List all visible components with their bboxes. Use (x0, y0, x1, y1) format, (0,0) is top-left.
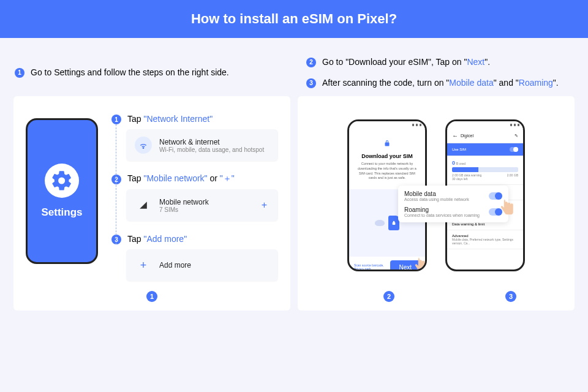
card-subtitle: Wi-Fi, mobile, data usage, and hotspot (159, 146, 264, 153)
instructions-row: 1 Go to Settings and follow the steps on… (0, 38, 588, 96)
toggle-on-icon[interactable] (510, 147, 518, 152)
step-connector-line (116, 124, 116, 244)
substep-3-text: Tap "Add more" (127, 234, 187, 244)
download-sim-description: Connect to your mobile network by downlo… (355, 162, 419, 181)
settings-phone-mock: Settings (26, 118, 98, 264)
mobile-data-roaming-popup: Mobile data Access data using mobile net… (398, 186, 508, 222)
badge-1: 1 (15, 68, 24, 78)
substep-badge-3: 3 (111, 235, 121, 244)
data-usage-row: 0 B used 2.00 GB data warning2.00 GB 30 … (447, 156, 523, 185)
mobile-network-card[interactable]: Mobile network 7 SIMs + (126, 189, 278, 221)
scan-barcode-link[interactable]: Scan source barcode, Privacy path (354, 263, 390, 271)
card-subtitle: 7 SIMs (159, 206, 209, 213)
roaming-title: Roaming (404, 206, 480, 213)
pointing-hand-icon (410, 255, 427, 271)
substep-2: 2 Tap "Mobile network" or "＋" Mobile net… (111, 173, 278, 221)
substep-1: 1 Tap "Network Internet" Network & inter… (111, 113, 278, 161)
page-title: How to install an eSIM on Pixel? (0, 0, 588, 38)
substep-badge-1: 1 (111, 115, 121, 124)
edit-icon[interactable]: ✎ (514, 134, 518, 138)
settings-label: Settings (41, 206, 82, 219)
intro-step-2-text: Go to "Download your eSIM", Tap on "Next… (322, 56, 490, 69)
intro-step-2: 2 Go to "Download your eSIM", Tap on "Ne… (306, 56, 573, 69)
add-more-card[interactable]: + Add more (126, 249, 278, 281)
intro-step-3: 3 After scanning the code, turn on "Mobi… (306, 77, 573, 89)
card-title: Add more (159, 261, 191, 270)
badge-3: 3 (306, 78, 316, 88)
mobile-data-toggle-row[interactable]: Mobile data Access data using mobile net… (404, 190, 502, 202)
carrier-header: ← Digicel ✎ (447, 129, 523, 143)
panel-steps-2-3: Download your SIM Connect to your mobile… (298, 96, 575, 311)
substep-1-text: Tap "Network Internet" (127, 114, 213, 124)
status-bar (349, 121, 425, 129)
panel-step-1: Settings 1 Tap "Network Internet" Networ… (13, 96, 290, 311)
status-bar (447, 121, 523, 129)
mobile-data-subtitle: Access data using mobile network (404, 197, 469, 202)
plus-icon: + (135, 257, 152, 274)
plus-icon[interactable]: + (259, 200, 270, 211)
substep-2-text: Tap "Mobile network" or "＋" (127, 173, 235, 184)
roaming-toggle-row[interactable]: Roaming Connect to data services when ro… (404, 206, 502, 217)
panel-number-badge: 3 (505, 291, 516, 302)
card-title: Network & internet (159, 138, 264, 146)
wifi-icon (135, 137, 152, 154)
back-arrow-icon[interactable]: ← (452, 132, 458, 139)
badge-2: 2 (306, 58, 316, 67)
intro-step-3-text: After scanning the code, turn on "Mobile… (322, 77, 559, 89)
use-sim-toggle-row[interactable]: Use SIM (447, 143, 523, 156)
substep-badge-2: 2 (111, 175, 121, 184)
pointing-hand-icon (496, 197, 518, 219)
mobile-data-title: Mobile data (404, 190, 469, 197)
advanced-row[interactable]: Advanced Mobile data, Preferred network … (447, 230, 523, 249)
signal-icon (135, 197, 152, 214)
intro-step-1: 1 Go to Settings and follow the steps on… (15, 67, 229, 79)
network-internet-card[interactable]: Network & internet Wi-Fi, mobile, data u… (126, 129, 278, 161)
gear-icon (45, 164, 79, 198)
lock-icon (355, 138, 419, 149)
substep-3: 3 Tap "Add more" + Add more (111, 233, 278, 281)
card-title: Mobile network (159, 198, 209, 206)
panel-number-badge: 2 (383, 291, 394, 302)
roaming-subtitle: Connect to data services when roaming (404, 213, 480, 217)
cloud-icon (375, 220, 385, 226)
panel-number-badge: 1 (146, 291, 157, 302)
intro-step-1-text: Go to Settings and follow the steps on t… (31, 67, 229, 79)
svg-point-0 (143, 148, 143, 148)
download-sim-title: Download your SIM (355, 153, 419, 159)
